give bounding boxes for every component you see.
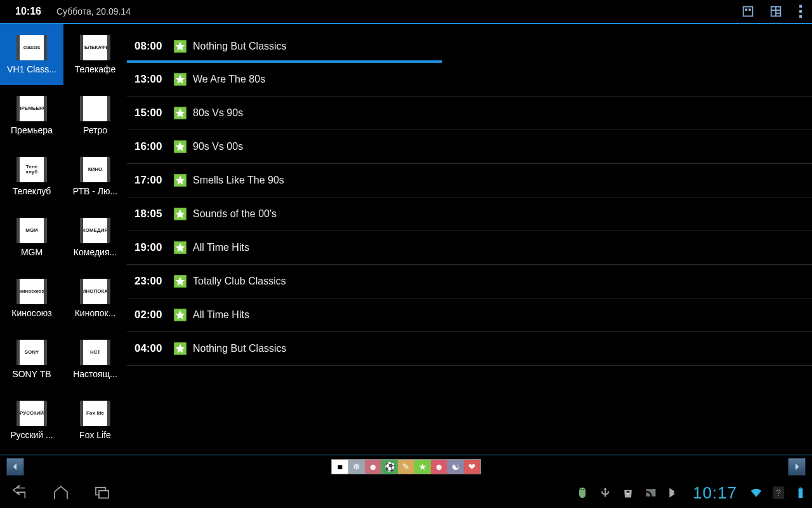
program-row[interactable]: 02:00 All Time Hits: [127, 298, 812, 332]
program-row[interactable]: 18:05 Sounds of the 00's: [127, 197, 812, 231]
program-time: 17:00: [134, 174, 171, 187]
program-time: 23:00: [134, 275, 171, 288]
program-time: 13:00: [134, 73, 171, 86]
category-tile[interactable]: ☻: [365, 460, 381, 474]
overflow-menu-icon[interactable]: [797, 5, 804, 18]
channel-cell[interactable]: КИНОПОКАЗ Кинопок...: [63, 268, 127, 329]
back-button[interactable]: [10, 483, 29, 502]
category-tile[interactable]: ⚽: [381, 460, 398, 474]
channel-cell[interactable]: Теле клуб Телеклуб: [0, 146, 63, 207]
channel-cell[interactable]: Ретро: [63, 85, 127, 146]
program-time: 02:00: [134, 309, 171, 321]
program-row[interactable]: 08:00 Nothing But Classics: [127, 29, 812, 63]
program-row[interactable]: 04:00 Nothing But Classics: [127, 332, 812, 366]
svg-marker-7: [176, 277, 185, 286]
status-clock: 10:17: [693, 483, 737, 503]
program-row[interactable]: 16:00 90s Vs 00s: [127, 130, 812, 164]
program-list: 08:00 Nothing But Classics 13:00 We Are …: [127, 24, 812, 455]
favorite-star-icon[interactable]: [174, 275, 187, 288]
channel-logo-icon: classic: [16, 35, 47, 60]
channel-logo-icon: КИНОПОКАЗ: [80, 279, 110, 304]
channel-logo-icon: [80, 96, 110, 121]
program-row[interactable]: 15:00 80s Vs 90s: [127, 97, 812, 130]
home-button[interactable]: [51, 483, 70, 502]
channel-name-label: Кинопок...: [75, 308, 116, 318]
channel-name-label: Комедия...: [74, 247, 117, 257]
program-title: We Are The 80s: [193, 74, 265, 85]
android-nav-bar: 10:17 ?: [0, 478, 812, 508]
svg-marker-3: [176, 142, 185, 151]
channel-cell[interactable]: КОМЕДИЯ Комедия...: [63, 207, 127, 268]
svg-point-12: [580, 489, 582, 490]
channel-name-label: SONY ТВ: [12, 369, 51, 379]
channel-grid: classic VH1 Class... ТЕЛЕКАФЕ Телекафе П…: [0, 24, 127, 455]
category-tile[interactable]: ☻: [431, 460, 447, 474]
channel-cell[interactable]: киносоюз Киносоюз: [0, 268, 63, 329]
program-title: Smells Like The 90s: [193, 175, 284, 186]
channel-cell[interactable]: Fox life Fox Life: [63, 390, 127, 451]
favorite-star-icon[interactable]: [174, 342, 187, 355]
channel-cell[interactable]: ПРЕМЬЕРА Премьера: [0, 85, 63, 146]
category-tile[interactable]: ☯: [447, 460, 464, 474]
program-time: 16:00: [134, 140, 171, 153]
program-time: 18:05: [134, 208, 171, 220]
program-time: 04:00: [134, 342, 171, 355]
svg-rect-16: [799, 488, 801, 489]
favorite-star-icon[interactable]: [174, 309, 187, 321]
program-row[interactable]: 17:00 Smells Like The 90s: [127, 164, 812, 197]
channel-cell[interactable]: SONY SONY ТВ: [0, 329, 63, 390]
program-time: 08:00: [134, 40, 171, 53]
channel-cell[interactable]: MGM MGM: [0, 207, 63, 268]
play-store-icon: [667, 486, 680, 499]
svg-marker-8: [176, 311, 185, 319]
favorite-star-icon[interactable]: [174, 107, 187, 119]
channel-name-label: Ретро: [83, 125, 107, 135]
favorite-star-icon[interactable]: [174, 73, 187, 86]
list-view-icon[interactable]: [769, 4, 783, 18]
channel-logo-icon: Fox life: [80, 401, 110, 426]
channel-cell[interactable]: НСТ Настоящ...: [63, 329, 127, 390]
unknown-status-icon: ?: [773, 486, 784, 499]
prev-day-button[interactable]: [6, 458, 24, 476]
channel-logo-icon: ТЕЛЕКАФЕ: [80, 35, 110, 60]
category-tile[interactable]: ✎: [398, 460, 414, 474]
program-row[interactable]: 23:00 Totally Club Classics: [127, 265, 812, 298]
channel-logo-icon: КИНО: [80, 157, 110, 182]
program-row[interactable]: 19:00 All Time Hits: [127, 231, 812, 265]
category-tile[interactable]: ❤: [464, 460, 480, 474]
recent-apps-button[interactable]: [93, 483, 112, 502]
category-tile[interactable]: ★: [414, 460, 431, 474]
channel-name-label: VH1 Class...: [7, 64, 56, 74]
category-tile[interactable]: ■: [332, 460, 348, 474]
channel-logo-icon: MGM: [16, 218, 47, 243]
program-title: Totally Club Classics: [193, 276, 286, 287]
favorite-star-icon[interactable]: [174, 40, 187, 53]
channel-cell[interactable]: РУССКИЙ Русский ...: [0, 390, 63, 451]
channel-name-label: Русский ...: [10, 430, 53, 440]
favorite-star-icon[interactable]: [174, 140, 187, 153]
status-area[interactable]: 10:17 ?: [134, 483, 807, 503]
favorite-star-icon[interactable]: [174, 174, 187, 187]
program-title: 80s Vs 90s: [193, 107, 243, 119]
program-row[interactable]: 13:00 We Are The 80s: [127, 63, 812, 97]
favorite-star-icon[interactable]: [174, 241, 187, 254]
channel-cell[interactable]: КИНО РТВ - Лю...: [63, 146, 127, 207]
svg-rect-15: [674, 491, 678, 493]
channel-logo-icon: SONY: [16, 340, 47, 365]
calendar-view-icon[interactable]: [741, 4, 755, 18]
favorite-star-icon[interactable]: [174, 208, 187, 220]
usb-icon: [599, 486, 612, 499]
program-title: Sounds of the 00's: [193, 208, 277, 220]
next-day-button[interactable]: [788, 458, 806, 476]
category-filter-tiles[interactable]: ■❄☻⚽✎★☻☯❤: [331, 459, 481, 474]
channel-logo-icon: киносоюз: [16, 279, 47, 304]
program-title: 90s Vs 00s: [193, 141, 243, 152]
channel-cell[interactable]: ТЕЛЕКАФЕ Телекафе: [63, 24, 127, 85]
svg-marker-5: [176, 210, 185, 218]
channel-name-label: РТВ - Лю...: [73, 186, 117, 196]
channel-cell[interactable]: classic VH1 Class...: [0, 24, 63, 85]
svg-marker-1: [176, 75, 185, 84]
category-tile[interactable]: ❄: [348, 460, 365, 474]
wifi-icon: [750, 486, 763, 499]
svg-rect-11: [99, 491, 108, 498]
